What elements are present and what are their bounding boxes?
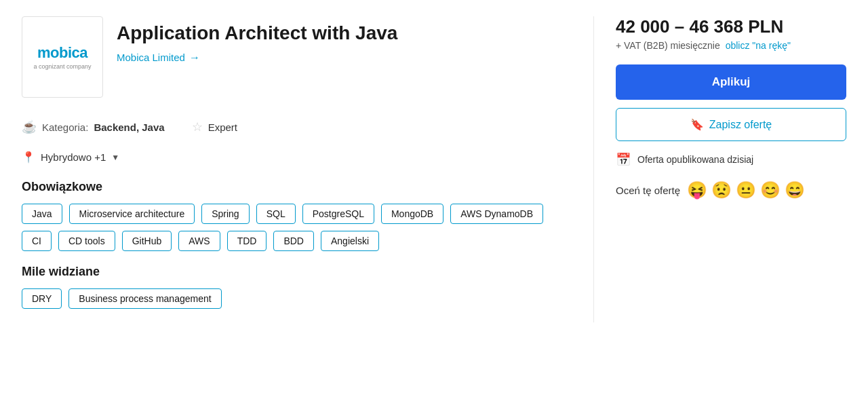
salary-meta: + VAT (B2B) miesięcznie oblicz "na rękę" (616, 40, 846, 51)
skill-tag: MongoDB (381, 204, 443, 224)
location-row: 📍 Hybrydowo +1 ▼ (22, 151, 572, 164)
bookmark-icon: 🔖 (690, 118, 704, 131)
skill-tag: GitHub (122, 231, 172, 251)
logo-text: mobica (33, 44, 91, 62)
optional-title: Mile widziane (22, 265, 572, 279)
logo-sub: a cognizant company (33, 63, 91, 70)
skill-tag: CD tools (58, 231, 115, 251)
rating-row: Oceń tę ofertę 😝😟😐😊😄 (616, 181, 846, 200)
skill-tag: Spring (201, 204, 249, 224)
left-panel: mobica a cognizant company Application A… (22, 16, 572, 322)
salary-meta-text: + VAT (B2B) miesięcznie (616, 40, 720, 51)
category-label: Kategoria: (42, 121, 88, 133)
mandatory-section: Obowiązkowe JavaMicroservice architectur… (22, 180, 572, 251)
skill-tag: PostgreSQL (302, 204, 374, 224)
rating-emoji-2[interactable]: 😟 (711, 181, 732, 200)
mandatory-title: Obowiązkowe (22, 180, 572, 194)
company-name: Mobica Limited (117, 52, 185, 63)
save-label: Zapisz ofertę (709, 119, 772, 131)
company-logo-box: mobica a cognizant company (22, 16, 103, 98)
job-title-area: Application Architect with Java Mobica L… (117, 16, 397, 64)
skill-tag: AWS DynamoDB (450, 204, 543, 224)
apply-button[interactable]: Aplikuj (616, 64, 846, 100)
skill-tag: Business process management (68, 288, 221, 309)
panel-divider (593, 16, 594, 322)
optional-skills-container: DRYBusiness process management (22, 288, 572, 309)
skill-tag: AWS (178, 231, 220, 251)
skill-tag: TDD (227, 231, 267, 251)
skill-tag: Angielski (321, 231, 379, 251)
right-panel: 42 000 – 46 368 PLN + VAT (B2B) miesięcz… (616, 16, 846, 322)
level-item: ☆ Expert (192, 119, 237, 134)
calendar-icon: 📅 (616, 152, 631, 167)
skill-tag: CI (22, 231, 52, 251)
mandatory-skills-container: JavaMicroservice architectureSpringSQLPo… (22, 204, 572, 251)
company-logo: mobica a cognizant company (33, 44, 91, 70)
skill-tag: DRY (22, 288, 62, 309)
location-dropdown-icon[interactable]: ▼ (111, 153, 119, 162)
salary-amount: 42 000 – 46 368 PLN (616, 16, 846, 37)
emoji-group: 😝😟😐😊😄 (687, 181, 805, 200)
star-icon: ☆ (192, 119, 203, 134)
rating-emoji-3[interactable]: 😐 (736, 181, 756, 200)
location-text: Hybrydowo +1 (41, 151, 106, 163)
location-icon: 📍 (22, 151, 35, 164)
published-row: 📅 Oferta opublikowana dzisiaj (616, 152, 846, 167)
skill-tag: SQL (256, 204, 296, 224)
calculate-link[interactable]: oblicz "na rękę" (726, 40, 791, 51)
skill-tag: Microservice architecture (69, 204, 195, 224)
published-text: Oferta opublikowana dzisiaj (637, 154, 753, 165)
rating-emoji-4[interactable]: 😊 (760, 181, 781, 200)
skill-tag: Java (22, 204, 62, 224)
rating-emoji-5[interactable]: 😄 (785, 181, 805, 200)
skill-tag: BDD (273, 231, 314, 251)
category-item: ☕ Kategoria: Backend, Java (22, 119, 165, 134)
salary-section: 42 000 – 46 368 PLN + VAT (B2B) miesięcz… (616, 16, 846, 51)
arrow-icon: → (189, 52, 200, 64)
optional-section: Mile widziane DRYBusiness process manage… (22, 265, 572, 309)
job-title: Application Architect with Java (117, 22, 397, 45)
company-link[interactable]: Mobica Limited → (117, 52, 397, 64)
meta-row: ☕ Kategoria: Backend, Java ☆ Expert (22, 114, 572, 140)
category-value: Backend, Java (94, 121, 164, 133)
level-value: Expert (208, 121, 237, 133)
job-header: mobica a cognizant company Application A… (22, 16, 572, 98)
rating-emoji-1[interactable]: 😝 (687, 181, 707, 200)
save-button[interactable]: 🔖 Zapisz ofertę (616, 108, 846, 141)
java-icon: ☕ (22, 119, 37, 134)
rating-label: Oceń tę ofertę (616, 185, 680, 196)
